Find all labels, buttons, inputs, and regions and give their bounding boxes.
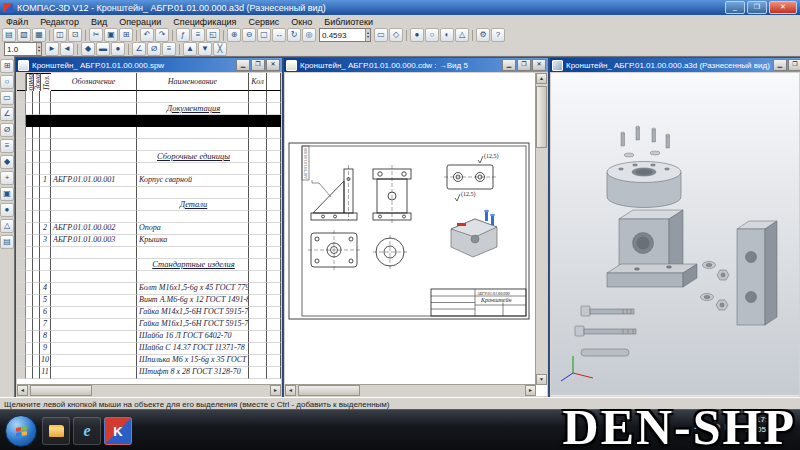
- browser-icon[interactable]: e: [73, 417, 101, 445]
- undo-icon[interactable]: ↶: [140, 28, 154, 42]
- spec-row[interactable]: [17, 127, 281, 139]
- print-icon[interactable]: ◫: [53, 28, 67, 42]
- paste-icon[interactable]: ⊞: [119, 28, 133, 42]
- circle-icon[interactable]: ●: [111, 42, 125, 56]
- spec-row[interactable]: [17, 211, 281, 223]
- scroll-left-arrow[interactable]: ◄: [285, 385, 296, 396]
- designation-icon[interactable]: ≡: [0, 139, 14, 153]
- shaded-icon[interactable]: ●: [410, 28, 424, 42]
- minimize-button[interactable]: _: [725, 1, 745, 14]
- properties-icon[interactable]: ≡: [191, 28, 205, 42]
- edit-icon[interactable]: ◆: [0, 155, 14, 169]
- menu-item-Редактор[interactable]: Редактор: [34, 17, 85, 27]
- menu-item-Окно[interactable]: Окно: [285, 17, 318, 27]
- spec-row[interactable]: [17, 187, 281, 199]
- list-icon[interactable]: ≡: [162, 42, 176, 56]
- spec-row[interactable]: 1АБГР.01.01.00.001Корпус сварной: [17, 175, 281, 187]
- zoom-combo[interactable]: 0.4593 ▴▾: [319, 28, 371, 42]
- perspective-icon[interactable]: △: [455, 28, 469, 42]
- selection-icon[interactable]: ●: [0, 203, 14, 217]
- measure-icon[interactable]: ▣: [0, 187, 14, 201]
- cut-icon[interactable]: ✂: [89, 28, 103, 42]
- model-restore-button[interactable]: ❐: [788, 59, 800, 71]
- explorer-icon[interactable]: [42, 417, 70, 445]
- spec-tool-icon[interactable]: △: [0, 219, 14, 233]
- spec-row[interactable]: [17, 91, 281, 103]
- model-minimize-button[interactable]: ▁: [773, 59, 787, 71]
- menu-item-Спецификация[interactable]: Спецификация: [167, 17, 242, 27]
- close-button[interactable]: ✕: [769, 1, 797, 14]
- model-viewport[interactable]: [551, 73, 799, 395]
- spec-close-button[interactable]: ✕: [266, 59, 280, 71]
- spec-row[interactable]: 8Шайба 16 Л ГОСТ 6402-70: [17, 331, 281, 343]
- wireframe-icon[interactable]: ○: [425, 28, 439, 42]
- back-icon[interactable]: ◄: [60, 42, 74, 56]
- maximize-button[interactable]: ❐: [747, 1, 767, 14]
- drawing-window-titlebar[interactable]: Кронштейн_ АБГР.01.01.00.000.cdw : →Вид …: [284, 58, 548, 72]
- scroll-right-arrow[interactable]: ►: [525, 385, 536, 396]
- help-icon[interactable]: ?: [491, 28, 505, 42]
- open-icon[interactable]: ▧: [17, 28, 31, 42]
- spec-row[interactable]: 7Гайка М16х1,5-6Н ГОСТ 5915-70: [17, 319, 281, 331]
- down-icon[interactable]: ▼: [198, 42, 212, 56]
- scroll-thumb[interactable]: [30, 385, 92, 396]
- title-bar[interactable]: КОМПАС-3D V12 - Кронштейн_ АБГР.01.01.00…: [0, 0, 800, 15]
- new-icon[interactable]: ▤: [2, 28, 16, 42]
- refresh-icon[interactable]: ◎: [302, 28, 316, 42]
- part-pin[interactable]: [581, 349, 629, 356]
- drawing-canvas[interactable]: АБГР.01.01.00.000 (12,5): [285, 73, 536, 385]
- spec-window[interactable]: Кронштейн_ АБГР.01.01.00.000.spw ▁ ❐ ✕ Ф…: [15, 57, 283, 398]
- drawing-close-button[interactable]: ✕: [532, 59, 546, 71]
- spec-window-titlebar[interactable]: Кронштейн_ АБГР.01.01.00.000.spw ▁ ❐ ✕: [16, 58, 282, 72]
- spec-row[interactable]: 9Шайба С 14.37 ГОСТ 11371-78: [17, 343, 281, 355]
- menu-item-Библиотеки[interactable]: Библиотеки: [318, 17, 379, 27]
- spec-hscrollbar[interactable]: ◄ ►: [17, 384, 281, 396]
- menu-item-Вид[interactable]: Вид: [85, 17, 113, 27]
- diameter-icon[interactable]: Ø: [147, 42, 161, 56]
- variables-icon[interactable]: ƒ: [176, 28, 190, 42]
- spec-row[interactable]: [17, 247, 281, 259]
- spec-row[interactable]: [17, 115, 281, 127]
- spec-section-row[interactable]: Документация: [17, 103, 281, 115]
- start-button[interactable]: [5, 415, 37, 447]
- zoom-out-icon[interactable]: ⊖: [242, 28, 256, 42]
- spec-minimize-button[interactable]: ▁: [236, 59, 250, 71]
- scroll-down-arrow[interactable]: ▼: [536, 374, 547, 385]
- point-icon[interactable]: ◆: [81, 42, 95, 56]
- save-icon[interactable]: ▦: [32, 28, 46, 42]
- drawing-minimize-button[interactable]: ▁: [502, 59, 516, 71]
- spec-row[interactable]: 11Штифт 8 х 28 ГОСТ 3128-70: [17, 367, 281, 379]
- delete-icon[interactable]: ╳: [213, 42, 227, 56]
- print-preview-icon[interactable]: ⊡: [68, 28, 82, 42]
- zoom-in-icon[interactable]: ⊕: [227, 28, 241, 42]
- scale-spinner[interactable]: ▴▾: [36, 43, 41, 55]
- scroll-thumb[interactable]: [298, 385, 360, 396]
- geometry-icon[interactable]: ○: [0, 75, 14, 89]
- spec-row[interactable]: [17, 271, 281, 283]
- scroll-right-arrow[interactable]: ►: [270, 385, 281, 396]
- zoom-area-icon[interactable]: ▢: [257, 28, 271, 42]
- parametrics-icon[interactable]: +: [0, 171, 14, 185]
- spec-section-row[interactable]: Детали: [17, 199, 281, 211]
- spec-row[interactable]: [17, 139, 281, 151]
- part-plate[interactable]: [737, 221, 777, 325]
- scroll-left-arrow[interactable]: ◄: [17, 385, 28, 396]
- select-icon[interactable]: ⊞: [0, 59, 14, 73]
- scroll-up-arrow[interactable]: ▲: [536, 73, 547, 84]
- spec-row[interactable]: [17, 163, 281, 175]
- copy-icon[interactable]: ▣: [104, 28, 118, 42]
- segment-icon[interactable]: ▬: [96, 42, 110, 56]
- diameter-tool-icon[interactable]: Ø: [0, 123, 14, 137]
- pan-icon[interactable]: ↔: [272, 28, 286, 42]
- forward-icon[interactable]: ►: [45, 42, 59, 56]
- scroll-thumb[interactable]: [536, 86, 547, 148]
- rotate-icon[interactable]: ↻: [287, 28, 301, 42]
- drawing-vscrollbar[interactable]: ▲ ▼: [535, 73, 547, 385]
- spec-table[interactable]: Формат Зона Поз. Обозначение Наименовани…: [17, 73, 281, 385]
- drawing-restore-button[interactable]: ❐: [517, 59, 531, 71]
- model-window-titlebar[interactable]: Кронштейн_ АБГР.01.01.00.000.a3d (Разнес…: [550, 58, 800, 72]
- menu-item-Сервис[interactable]: Сервис: [243, 17, 286, 27]
- part-flange[interactable]: [607, 162, 681, 208]
- angle-icon[interactable]: ∠: [132, 42, 146, 56]
- drawing-hscrollbar[interactable]: ◄ ►: [285, 384, 536, 396]
